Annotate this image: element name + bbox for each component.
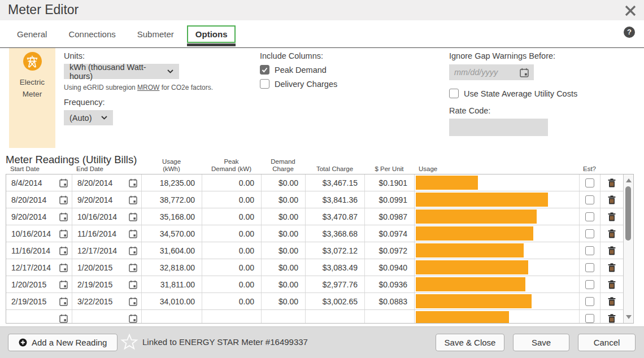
per-unit-value[interactable] <box>365 310 415 323</box>
calendar-icon[interactable] <box>129 178 137 187</box>
per-unit-value[interactable]: $0.1901 <box>365 174 415 191</box>
per-unit-value[interactable]: $0.0972 <box>365 242 415 259</box>
start-date-cell[interactable]: 2/19/2015 <box>6 293 72 309</box>
demand-charge-value[interactable]: $0.00 <box>262 191 306 208</box>
peak-demand-value[interactable]: 0.00 <box>202 174 262 191</box>
save-button[interactable]: Save <box>513 334 569 351</box>
peak-demand-value[interactable]: 0.00 <box>202 208 262 225</box>
est-checkbox[interactable] <box>585 178 594 187</box>
peak-demand-value[interactable] <box>202 310 262 323</box>
tab-options[interactable]: Options <box>187 25 236 43</box>
total-charge-value[interactable]: $2,977.76 <box>306 276 365 292</box>
vertical-scrollbar[interactable] <box>623 174 633 323</box>
usage-value[interactable]: 18,235.00 <box>142 174 202 191</box>
per-unit-value[interactable]: $0.0883 <box>365 293 415 309</box>
tab-general[interactable]: General <box>17 29 47 39</box>
end-date-cell[interactable] <box>72 310 142 323</box>
calendar-icon[interactable] <box>129 314 137 323</box>
start-date-cell[interactable]: 8/4/2014 <box>6 174 72 191</box>
state-average-checkbox[interactable] <box>449 89 459 98</box>
close-icon[interactable] <box>624 4 637 18</box>
est-checkbox[interactable] <box>585 263 594 272</box>
total-charge-value[interactable]: $3,002.65 <box>306 293 365 309</box>
tab-submeter[interactable]: Submeter <box>137 29 174 39</box>
end-date-cell[interactable]: 2/19/2015 <box>72 276 142 292</box>
calendar-icon[interactable] <box>59 280 68 289</box>
total-charge-value[interactable] <box>306 310 365 323</box>
usage-value[interactable] <box>142 310 202 323</box>
start-date-cell[interactable]: 11/16/2014 <box>6 242 72 259</box>
calendar-icon[interactable] <box>59 314 68 323</box>
peak-demand-value[interactable]: 0.00 <box>202 225 262 242</box>
delivery-charges-checkbox-row[interactable]: Delivery Charges <box>260 79 337 89</box>
calendar-icon[interactable] <box>129 263 137 272</box>
end-date-cell[interactable]: 8/20/2014 <box>72 174 142 191</box>
cancel-button[interactable]: Cancel <box>578 334 636 351</box>
scroll-up-arrow-icon[interactable] <box>626 178 632 182</box>
demand-charge-value[interactable]: $0.00 <box>262 225 306 242</box>
calendar-icon[interactable] <box>59 229 68 238</box>
add-reading-button[interactable]: Add a New Reading <box>8 334 118 351</box>
est-checkbox[interactable] <box>585 280 594 289</box>
peak-demand-value[interactable]: 0.00 <box>202 242 262 259</box>
est-checkbox[interactable] <box>585 229 594 238</box>
usage-value[interactable]: 31,811.00 <box>142 276 202 292</box>
total-charge-value[interactable]: $3,083.49 <box>306 259 365 276</box>
calendar-icon[interactable] <box>59 263 68 272</box>
rate-code-input[interactable] <box>449 119 548 136</box>
start-date-cell[interactable] <box>6 310 72 323</box>
frequency-select[interactable]: (Auto) <box>64 110 113 125</box>
peak-demand-value[interactable]: 0.00 <box>202 191 262 208</box>
start-date-cell[interactable]: 9/20/2014 <box>6 208 72 225</box>
peak-demand-value[interactable]: 0.00 <box>202 293 262 309</box>
per-unit-value[interactable]: $0.0936 <box>365 276 415 292</box>
end-date-cell[interactable]: 11/16/2014 <box>72 225 142 242</box>
peak-demand-value[interactable]: 0.00 <box>202 276 262 292</box>
est-checkbox[interactable] <box>585 195 594 204</box>
per-unit-value[interactable]: $0.0940 <box>365 259 415 276</box>
trash-icon[interactable] <box>608 246 616 255</box>
start-date-cell[interactable]: 12/17/2014 <box>6 259 72 276</box>
tab-connections[interactable]: Connections <box>68 29 115 39</box>
scroll-down-arrow-icon[interactable] <box>626 315 632 319</box>
start-date-cell[interactable]: 10/16/2014 <box>6 225 72 242</box>
trash-icon[interactable] <box>608 297 616 306</box>
usage-value[interactable]: 35,168.00 <box>142 208 202 225</box>
end-date-cell[interactable]: 3/22/2015 <box>72 293 142 309</box>
total-charge-value[interactable]: $3,841.36 <box>306 191 365 208</box>
ignore-gap-date-input[interactable]: mm/dd/yyyy <box>449 64 534 80</box>
est-checkbox[interactable] <box>585 297 594 306</box>
end-date-cell[interactable]: 12/17/2014 <box>72 242 142 259</box>
delivery-charges-checkbox[interactable] <box>260 79 269 89</box>
peak-demand-checkbox-row[interactable]: Peak Demand <box>260 65 337 75</box>
peak-demand-value[interactable]: 0.00 <box>202 259 262 276</box>
per-unit-value[interactable]: $0.0991 <box>365 191 415 208</box>
demand-charge-value[interactable]: $0.00 <box>262 242 306 259</box>
demand-charge-value[interactable] <box>262 310 306 323</box>
demand-charge-value[interactable]: $0.00 <box>262 293 306 309</box>
est-checkbox[interactable] <box>585 314 594 323</box>
end-date-cell[interactable]: 1/20/2015 <box>72 259 142 276</box>
calendar-icon[interactable] <box>59 212 68 221</box>
calendar-icon[interactable] <box>129 280 137 289</box>
trash-icon[interactable] <box>608 178 616 187</box>
est-checkbox[interactable] <box>585 246 594 255</box>
calendar-icon[interactable] <box>129 246 137 255</box>
save-and-close-button[interactable]: Save & Close <box>436 334 504 351</box>
egrid-subregion-link[interactable]: MROW <box>137 84 159 91</box>
calendar-icon[interactable] <box>520 68 529 77</box>
total-charge-value[interactable]: $3,072.12 <box>306 242 365 259</box>
calendar-icon[interactable] <box>129 212 137 221</box>
start-date-cell[interactable]: 1/20/2015 <box>6 276 72 292</box>
calendar-icon[interactable] <box>59 178 68 187</box>
per-unit-value[interactable]: $0.0974 <box>365 225 415 242</box>
units-select[interactable]: kWh (thousand Watt-hours) <box>64 64 179 79</box>
trash-icon[interactable] <box>608 229 616 238</box>
per-unit-value[interactable]: $0.0987 <box>365 208 415 225</box>
demand-charge-value[interactable]: $0.00 <box>262 174 306 191</box>
calendar-icon[interactable] <box>129 195 137 204</box>
total-charge-value[interactable]: $3,470.87 <box>306 208 365 225</box>
end-date-cell[interactable]: 10/16/2014 <box>72 208 142 225</box>
calendar-icon[interactable] <box>129 297 137 306</box>
demand-charge-value[interactable]: $0.00 <box>262 259 306 276</box>
